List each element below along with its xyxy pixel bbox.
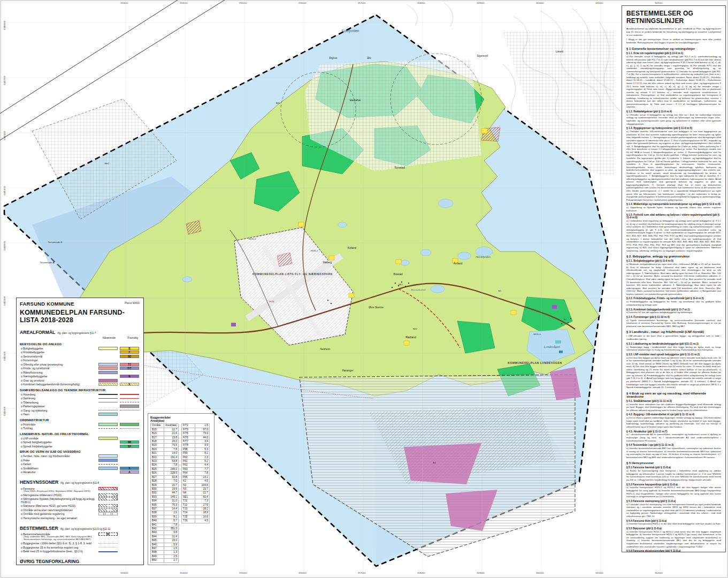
table-row: B502,7 (151, 559, 179, 562)
legend-item: o Havn (20, 413, 140, 417)
area-value-cell: 14,1 (195, 475, 210, 479)
area-value-cell: 15,0 (164, 539, 179, 543)
table-row: B33149,1 (151, 495, 179, 499)
legend-group-heading: SAMFERDSELSANLEGG OG TEKNISK INFRASTRUKT… (20, 389, 140, 392)
regulation-body: a) Områder avsatt til bebyggelse og anle… (626, 113, 721, 125)
regulation-body: a) Innenfor hensynssone H210-1 og H210-2… (626, 530, 721, 548)
table-row: B382,6 (151, 511, 179, 515)
table-row: TJ516,6 (182, 515, 210, 519)
area-code-cell: B41 (151, 523, 164, 527)
legend-item: o Gang- og sykkelveg (20, 408, 140, 413)
area-value-cell: 16,6 (195, 515, 210, 519)
legend-swatch (98, 551, 118, 552)
legend-item-label: o Turdrag (21, 427, 33, 430)
easting-tick-label: 361000 (595, 2, 603, 4)
regulation-body: a) I akvakulturområde A4 er sjøoverflate… (626, 433, 721, 442)
area-code-cell: F61 (182, 460, 195, 463)
legend-h1-text: HENSYNSSONER (20, 480, 58, 485)
legend-code: A (120, 471, 139, 474)
table-row: N422,7 (182, 491, 210, 495)
area-value-cell: 31,0 (164, 499, 179, 503)
area-value-cell: 1,5 (195, 424, 210, 428)
building-areas-table-panel: Byggeområder Areal(daa) OmrådeAreal(daa)… (148, 413, 214, 565)
legend-item-label: o Byggegrense i 100m-beltet (§11-9 nr. 5… (21, 542, 91, 545)
legend-item-label: o Fritidsbebyggelse (21, 351, 44, 354)
table-row: B207,8 (151, 447, 179, 451)
legend-item: o Hensynssone steinsprang - se eget tema… (20, 516, 140, 520)
area-code-cell: B49 (151, 554, 164, 558)
legend-swatch (98, 504, 118, 507)
area-value-cell: 149,1 (164, 495, 179, 499)
regulation-heading: § 2.4. Forretninger (pbl § 11-10 nr.4) (626, 316, 721, 318)
area-value-cell: 18,2 (195, 507, 210, 511)
table-row: B287,0 (151, 480, 179, 483)
legend-item: o Sikringssone drikkevann (H110) (20, 493, 140, 497)
subplan-label: KOMMUNEDELPLAN LUNDEVÅGEN (508, 361, 562, 364)
area-value-cell: 4,4 (195, 463, 210, 467)
zone-code-label: BE1 (276, 102, 280, 104)
area-code-cell: B21 (151, 452, 164, 455)
northing-tick-label: 6441000 (3, 407, 6, 416)
legend-swatch: TJ (120, 363, 139, 366)
legend-item-label: o Støysone (Rød sone H210, gul sone H220… (21, 504, 75, 507)
legend-panel: FARSUND KOMMUNE Planid 90600 KOMMUNEDELP… (16, 298, 144, 565)
regulation-heading: § 1.4. Midlertidige og transportable kon… (626, 203, 721, 206)
legend-swatch: F (120, 351, 139, 354)
zone-code-label: SE1 (399, 283, 403, 286)
legend-item-label: o Råstoffutvinning (21, 371, 43, 374)
legend-swatch (120, 394, 139, 395)
zone-code-label: H130-1 (311, 249, 318, 252)
regulation-heading: § 2.1. Boligbebyggelse (pbl § 11-9 nr.5) (626, 260, 721, 262)
legend-swatch (98, 547, 118, 547)
regulation-heading: § 4.2. Bygging i 100-metersbeltet til sj… (626, 413, 721, 416)
area-code-cell: B30 (151, 487, 164, 491)
area-code-cell: F59 (182, 452, 195, 455)
legend-swatch (98, 512, 118, 515)
legend-code: BE (99, 533, 117, 536)
legend-section-heading: AREALFORMÅLiflg. plan- og bygningslovens… (20, 326, 140, 336)
legend-swatch (120, 398, 139, 399)
area-value-cell: 104,6 (195, 483, 210, 487)
area-code-cell: N4 (182, 491, 195, 495)
legend-item: o SentrumsformålSE (20, 354, 140, 359)
place-name-label: Dignes (329, 57, 338, 59)
place-name-label: Listeid (556, 50, 563, 53)
table-row: F637,7 (182, 467, 210, 471)
legend-swatch: S (120, 467, 139, 470)
area-code-cell: B34 (151, 499, 164, 503)
legend-item-label: o Fiske (21, 459, 29, 462)
legend-item-label: o Gang- og sykkelveg (21, 409, 47, 412)
area-code-cell: F/T3 (182, 428, 195, 431)
legend-item: o Område med gjeldende regulering (20, 512, 140, 516)
regulation-body: a) Det er tillatt å oppføre nødvendige b… (626, 416, 721, 428)
area-value-cell: 92,8 (164, 475, 179, 479)
legend-item-label: o Friområde (21, 423, 35, 426)
legend-swatch (98, 497, 118, 500)
regulation-body: a) I områder utsatt for steinsprang, vis… (626, 503, 721, 518)
table-title-line1: Byggeområder (150, 416, 171, 419)
legend-swatch: SB (120, 440, 139, 444)
regulation-heading: § 5.2 Faresone høyspentlinje (pbl § 11-8… (626, 483, 721, 486)
legend-h1-text: BESTEMMELSER (20, 526, 58, 531)
regulation-body: I LNF-områder er det bare tillatt å gjen… (626, 334, 721, 340)
area-code-cell: B38 (151, 511, 164, 515)
area-code-cell: B20 (151, 447, 164, 451)
area-value-cell: 21,6 (164, 432, 179, 436)
easting-tick-label: 359000 (477, 572, 485, 574)
area-code-cell: B19 (151, 444, 164, 447)
place-name-label: Kolland (348, 247, 356, 249)
area-value-cell: 5,9 (164, 543, 179, 546)
place-name-label: Hananger (342, 369, 353, 372)
areas-table-right: F/T21,5F/T397,0F/T579,0F/T644,0F/T73,4F/… (181, 423, 210, 523)
area-value-cell: 4,5 (195, 519, 210, 523)
legend-swatch (98, 383, 118, 386)
easting-tick-label: 360000 (536, 572, 544, 574)
legend-item-label: o Spredt fritidsbebyggelse (21, 445, 52, 448)
legend-h1-text: ØVRIG TEGNFORKLARING (20, 559, 79, 564)
easting-tick-label: 354000 (180, 572, 188, 574)
area-value-cell: 9,8 (164, 531, 179, 535)
area-value-cell: 8,1 (164, 515, 179, 519)
area-code-cell: B46 (151, 543, 164, 546)
area-code-cell: TJ1 (182, 499, 195, 503)
area-value-cell: 191,4 (164, 455, 179, 459)
